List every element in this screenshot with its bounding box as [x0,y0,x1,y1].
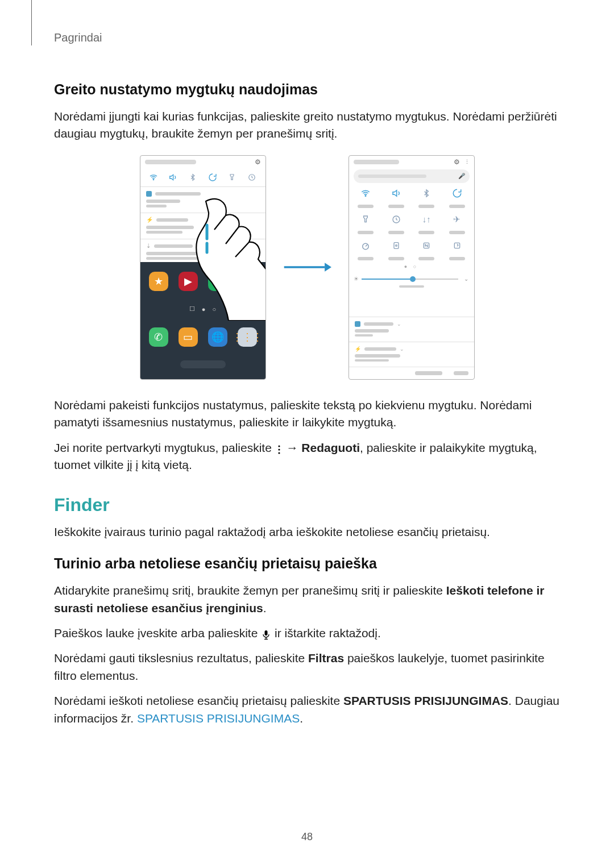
power-saving-icon [247,172,257,182]
svg-point-15 [278,452,280,454]
paragraph: Norėdami gauti tikslesnius rezultatus, p… [54,650,560,684]
status-time-blur [354,160,399,164]
wifi-icon [354,186,379,200]
chevron-down-icon: ⌄ [464,276,468,282]
flashlight-icon [354,213,379,226]
app-icon: ⋮⋮⋮ [238,327,257,347]
paragraph: Ieškokite įvairaus turinio pagal raktažo… [54,524,560,541]
nfc-icon [414,239,439,252]
phone-screenshot-expanded: ⚙ ⋮ 🎤 ↓↑ ✈ [349,155,475,380]
bluetooth-icon [188,172,198,182]
section-header: Pagrindai [54,31,560,44]
paragraph: Jei norite pertvarkyti mygtukus, paliesk… [54,439,560,474]
page-dots: ● ○ [349,264,474,269]
app-icon: ▭ [179,327,198,347]
svg-point-14 [278,448,280,450]
mobile-data-icon: ↓↑ [414,213,439,226]
svg-point-0 [153,179,154,180]
search-field: 🎤 [354,169,470,183]
figure-row: ⚙ [54,155,560,380]
link-spartusis[interactable]: SPARTUSIS PRISIJUNGIMAS [137,712,300,725]
notification-item: ⌄ [349,317,474,342]
svg-rect-12 [454,243,459,248]
app-icon: ✆ [149,327,168,347]
brightness-icon: ☀ [354,276,359,282]
bluetooth-icon [414,186,439,200]
svg-rect-16 [265,630,268,636]
phone-screenshot-collapsed: ⚙ [140,155,266,380]
blue-light-icon [384,239,409,252]
sound-icon [168,172,178,182]
gear-icon: ⚙ [454,158,460,166]
power-saving-icon [384,213,409,226]
heading-quick-settings: Greito nustatymo mygtukų naudojimas [54,81,560,98]
app-icon: 🌐 [208,327,227,347]
brightness-slider: ☀ ⌄ [354,275,470,283]
flashlight-icon [227,172,237,182]
rotate-icon [208,172,218,182]
arrow-right [283,259,331,276]
weather-widget [140,356,265,372]
app-icon: ★ [149,272,168,291]
more-icon [276,442,282,454]
paragraph: Atidarykite pranešimų sritį, braukite že… [54,582,560,617]
svg-marker-5 [325,263,331,272]
mic-icon: 🎤 [458,173,465,179]
paragraph: Norėdami pakeisti funkcijos nustatymus, … [54,397,560,431]
sound-icon [384,186,409,200]
notification-item: ⚡⌄ [349,342,474,367]
heading-search-content: Turinio arba netoliese esančių prietaisų… [54,555,560,572]
status-time-blur [145,160,196,164]
quick-settings-row [140,168,265,186]
gear-icon: ⚙ [255,158,261,166]
svg-rect-9 [394,243,399,249]
page-number: 48 [0,831,614,843]
svg-point-13 [278,445,280,447]
paragraph: Paieškos lauke įveskite arba palieskite … [54,625,560,642]
airplane-icon: ✈ [445,213,470,226]
performance-icon [354,239,379,252]
bolt-icon: ⚡ [146,217,153,223]
download-icon: ⇣ [146,243,151,249]
paragraph: Norėdami ieškoti netoliese esančių priet… [54,692,560,727]
wifi-icon [148,172,159,182]
svg-point-6 [366,196,367,197]
search-placeholder-blur [358,175,426,178]
sync-icon [445,239,470,252]
rotate-icon [445,186,470,200]
heading-finder: Finder [54,495,560,516]
paragraph: Norėdami įjungti kai kurias funkcijas, p… [54,108,560,143]
hand-swipe-illustration [194,196,266,321]
more-icon: ⋮ [464,159,470,165]
svg-point-10 [395,245,397,247]
notification-footer [349,367,474,379]
mic-icon [262,628,270,640]
